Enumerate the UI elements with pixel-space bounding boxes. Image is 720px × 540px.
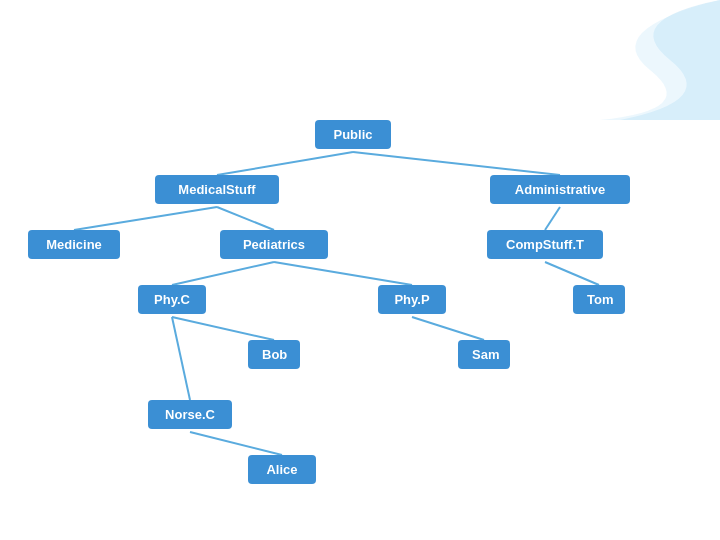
node-phyp: Phy.P: [378, 285, 446, 314]
node-compstufft: CompStuff.T: [487, 230, 603, 259]
svg-line-9: [412, 317, 484, 340]
svg-line-1: [353, 152, 560, 175]
node-alice: Alice: [248, 455, 316, 484]
node-administrative: Administrative: [490, 175, 630, 204]
node-sam: Sam: [458, 340, 510, 369]
svg-line-6: [274, 262, 412, 285]
node-bob: Bob: [248, 340, 300, 369]
node-medicalstuff: MedicalStuff: [155, 175, 279, 204]
node-public: Public: [315, 120, 391, 149]
svg-line-8: [172, 317, 274, 340]
svg-line-0: [217, 152, 353, 175]
svg-line-3: [217, 207, 274, 230]
svg-line-2: [74, 207, 217, 230]
node-norsec: Norse.C: [148, 400, 232, 429]
svg-line-4: [545, 207, 560, 230]
node-medicine: Medicine: [28, 230, 120, 259]
svg-line-10: [172, 317, 190, 400]
node-pediatrics: Pediatrics: [220, 230, 328, 259]
svg-line-7: [545, 262, 599, 285]
node-tom: Tom: [573, 285, 625, 314]
tree-area: PublicMedicalStuffAdministrativeMedicine…: [0, 110, 720, 540]
svg-line-5: [172, 262, 274, 285]
node-phyc: Phy.C: [138, 285, 206, 314]
svg-line-11: [190, 432, 282, 455]
